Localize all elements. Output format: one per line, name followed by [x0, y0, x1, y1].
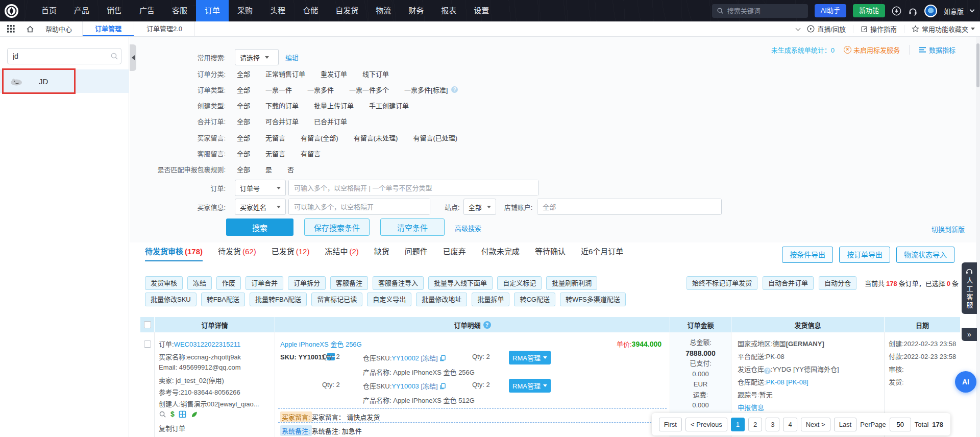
tab-voided[interactable]: 已废弃: [443, 246, 466, 260]
menu-warehouse[interactable]: 仓储: [294, 0, 327, 21]
first-page-button[interactable]: First: [659, 418, 682, 431]
to-wfs-button[interactable]: 转WFS多渠道配送: [560, 293, 626, 306]
global-search-input[interactable]: [727, 7, 799, 15]
store-account-input[interactable]: [537, 199, 721, 214]
sidebar-item-jd[interactable]: JD: [0, 69, 129, 93]
merge-orders-button[interactable]: 订单合并: [246, 276, 283, 290]
leaf-icon[interactable]: [190, 410, 198, 418]
guide-link[interactable]: 操作指南: [861, 24, 897, 34]
filter-option[interactable]: 无留言: [265, 133, 285, 142]
tab-awaiting-confirm[interactable]: 等待确认: [535, 246, 566, 260]
service-note-import-button[interactable]: 客服备注导入: [373, 276, 424, 290]
menu-reports[interactable]: 报表: [432, 0, 465, 21]
batch-split-button[interactable]: 批量拆单: [472, 293, 509, 306]
favorites-link[interactable]: 常用功能收藏夹: [912, 24, 975, 34]
split-order-button[interactable]: 订单拆分: [288, 276, 326, 290]
menu-settings[interactable]: 设置: [465, 0, 498, 21]
copy-doc-icon[interactable]: [439, 355, 446, 361]
filter-option[interactable]: 线下订单: [362, 69, 389, 79]
home-icon[interactable]: [26, 25, 34, 33]
batch-refresh-profit-button[interactable]: 批量刷新利润: [546, 276, 597, 290]
edit-link[interactable]: 编辑: [285, 53, 299, 62]
global-search-box[interactable]: [712, 4, 808, 18]
collapse-chevron-icon[interactable]: [796, 26, 801, 31]
batch-import-offline-label-button[interactable]: 批量导入线下面单: [428, 276, 493, 290]
ai-assistant-button[interactable]: AI助手: [815, 4, 846, 17]
filter-option[interactable]: 一票一件多个: [349, 85, 389, 94]
select-all-checkbox[interactable]: [144, 321, 151, 328]
chevron-down-icon[interactable]: [970, 7, 975, 12]
filter-option[interactable]: 有留言(已处理): [413, 133, 457, 142]
rma-manage-button[interactable]: RMA管理: [509, 379, 551, 393]
human-service-tab[interactable]: 人工客服: [962, 262, 977, 314]
ship-review-button[interactable]: 发货审核: [145, 276, 183, 290]
unsynced-orders-stat[interactable]: 未生成系统单统计：0: [771, 45, 835, 55]
filter-option[interactable]: 正常销售订单: [265, 69, 305, 79]
filter-option[interactable]: 手工创建订单: [369, 101, 409, 110]
service-note-button[interactable]: 客服备注: [330, 276, 368, 290]
scrollbar-thumb[interactable]: [976, 43, 979, 87]
filter-option[interactable]: 无留言: [265, 149, 285, 158]
save-search-button[interactable]: 保存搜索条件: [304, 218, 370, 236]
last-page-button[interactable]: Last: [834, 418, 857, 431]
label-service-warning[interactable]: × 未启用标发服务: [844, 45, 900, 55]
version-label[interactable]: 如意版: [944, 6, 964, 16]
menu-ads[interactable]: 广告: [131, 0, 163, 21]
tab-problem[interactable]: 问题件: [405, 246, 428, 260]
headset-icon[interactable]: [908, 6, 918, 16]
filter-option[interactable]: 可合并订单: [265, 116, 299, 126]
menu-finance[interactable]: 财务: [400, 0, 432, 21]
page-3-button[interactable]: 3: [766, 418, 779, 431]
export-by-order-button[interactable]: 按订单导出: [839, 247, 890, 263]
help-center-link[interactable]: 帮助中心: [45, 24, 72, 34]
user-avatar[interactable]: [924, 5, 937, 17]
page-4-button[interactable]: 4: [783, 418, 797, 431]
filter-option[interactable]: 否: [287, 164, 294, 174]
filter-option[interactable]: 全部: [237, 164, 250, 174]
menu-first-leg[interactable]: 头程: [261, 0, 294, 21]
advanced-search-link[interactable]: 高级搜索: [455, 223, 481, 233]
logistics-status-import-button[interactable]: 物流状态导入: [896, 247, 954, 263]
mark-message-read-button[interactable]: 留言标记已读: [311, 293, 362, 306]
menu-product[interactable]: 产品: [65, 0, 98, 21]
filter-option[interactable]: 一票多件: [307, 85, 334, 94]
switch-new-version-link[interactable]: 切换到新版: [932, 224, 965, 234]
order-no-input[interactable]: [289, 180, 538, 196]
filter-option[interactable]: 全部: [237, 69, 250, 79]
filter-option[interactable]: 下载的订单: [265, 101, 299, 110]
tab-pending-review[interactable]: 待发货审核(178): [145, 246, 203, 261]
scrollbar-track[interactable]: [976, 37, 980, 437]
download-icon[interactable]: [892, 6, 901, 16]
to-cg-button[interactable]: 转CG配送: [514, 293, 555, 306]
never-mark-shipped-button[interactable]: 始终不标记订单发货: [687, 276, 757, 290]
warehouse-delivery-link[interactable]: PK-08 [PK-08]: [766, 378, 808, 386]
menu-sales[interactable]: 销售: [98, 0, 131, 21]
row-checkbox[interactable]: [144, 341, 151, 348]
perpage-input[interactable]: [890, 418, 911, 431]
tab-to-ship[interactable]: 待发货(62): [218, 246, 256, 260]
prev-page-button[interactable]: < Previous: [685, 418, 727, 431]
magnifier-icon[interactable]: [159, 410, 166, 418]
search-icon[interactable]: [110, 52, 118, 60]
collapse-more-button[interactable]: »: [962, 328, 977, 341]
store-search-box[interactable]: [7, 48, 121, 64]
auto-warehouse-button[interactable]: 自动分仓: [819, 276, 856, 290]
filter-option[interactable]: 全部: [237, 116, 250, 126]
profit-icon[interactable]: $: [170, 410, 175, 418]
menu-logistics[interactable]: 物流: [367, 0, 400, 21]
filter-option[interactable]: 批量上传订单: [314, 101, 354, 110]
order-number-link[interactable]: WEC03122022315211: [174, 341, 241, 348]
site-select[interactable]: 全部: [463, 199, 496, 215]
filter-option[interactable]: 全部: [237, 85, 250, 94]
buyer-info-type-select[interactable]: 买家姓名: [235, 199, 286, 215]
tab-payment-incomplete[interactable]: 付款未完成: [481, 246, 520, 260]
tab-order-management[interactable]: 订单管理: [83, 21, 134, 36]
copy-order-link[interactable]: 复制订单: [159, 423, 185, 433]
warehouse-sku-link[interactable]: YY10002: [391, 354, 419, 362]
tab-out-of-stock[interactable]: 缺货: [374, 246, 389, 260]
filter-option[interactable]: 是: [265, 164, 272, 174]
filter-option[interactable]: 全部: [237, 133, 250, 142]
auto-merge-button[interactable]: 自动合并订单: [763, 276, 814, 290]
batch-edit-address-button[interactable]: 批量修改地址: [416, 293, 467, 306]
custom-mark-button[interactable]: 自定义标记: [497, 276, 542, 290]
